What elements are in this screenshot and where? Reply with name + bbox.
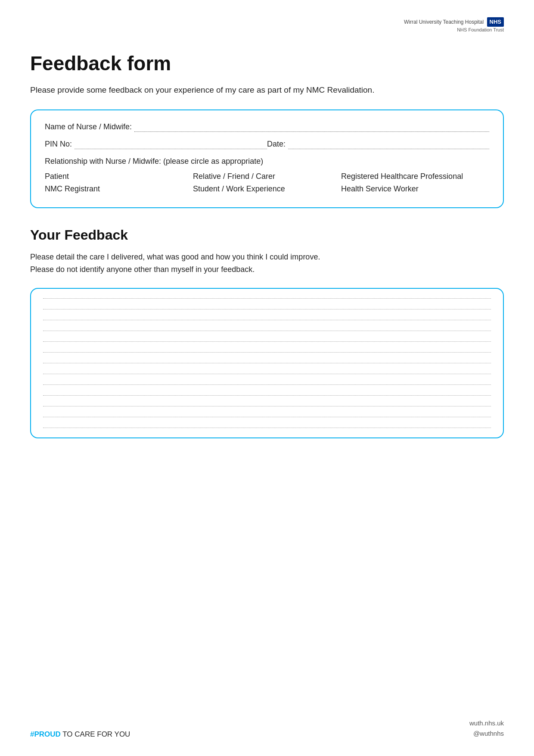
relationship-row-2: NMC Registrant Student / Work Experience… (45, 184, 489, 194)
nurse-name-row: Name of Nurse / Midwife: (45, 122, 489, 132)
pin-section: PIN No: (45, 140, 267, 149)
footer-proud-text: #PROUD TO CARE FOR YOU (30, 730, 130, 739)
feedback-line-6 (43, 352, 491, 353)
pin-label: PIN No: (45, 140, 72, 149)
feedback-line-5 (43, 341, 491, 342)
page-title: Feedback form (30, 52, 504, 75)
feedback-line-7 (43, 363, 491, 363)
nhs-badge: NHS (487, 17, 504, 27)
rel-patient: Patient (45, 172, 193, 181)
care-label: TO CARE FOR YOU (61, 730, 130, 738)
feedback-line-11 (43, 406, 491, 406)
footer: #PROUD TO CARE FOR YOU wuth.nhs.uk @wuth… (30, 718, 504, 739)
feedback-line-8 (43, 374, 491, 374)
footer-website: wuth.nhs.uk @wuthnhs (469, 718, 504, 739)
feedback-line-13 (43, 428, 491, 428)
date-dots (288, 140, 489, 149)
feedback-line-10 (43, 395, 491, 396)
feedback-line-9 (43, 384, 491, 385)
relationship-row-1: Patient Relative / Friend / Carer Regist… (45, 172, 489, 181)
rel-student: Student / Work Experience (193, 184, 341, 194)
rel-health: Health Service Worker (341, 184, 489, 194)
feedback-box (30, 288, 504, 438)
nhs-foundation-trust: NHS Foundation Trust (404, 27, 504, 33)
hospital-name: Wirral University Teaching Hospital (404, 19, 484, 25)
intro-text: Please provide some feedback on your exp… (30, 84, 504, 97)
relationship-label: Relationship with Nurse / Midwife: (plea… (45, 157, 489, 166)
feedback-intro: Please detail the care I delivered, what… (30, 251, 504, 276)
feedback-line-3 (43, 320, 491, 320)
date-section: Date: (267, 140, 489, 149)
nurse-label: Name of Nurse / Midwife: (45, 122, 132, 131)
pin-dots (75, 140, 267, 149)
proud-label: #PROUD (30, 730, 61, 738)
rel-registered: Registered Healthcare Professional (341, 172, 489, 181)
feedback-line-4 (43, 331, 491, 331)
date-label: Date: (267, 140, 286, 149)
rel-nmc: NMC Registrant (45, 184, 193, 194)
social-handle: @wuthnhs (473, 730, 504, 737)
header-logo: Wirral University Teaching Hospital NHS … (404, 17, 504, 34)
website-url: wuth.nhs.uk (469, 719, 504, 727)
feedback-line-12 (43, 417, 491, 417)
your-feedback-title: Your Feedback (30, 227, 504, 243)
pin-date-row: PIN No: Date: (45, 140, 489, 149)
info-box: Name of Nurse / Midwife: PIN No: Date: R… (30, 109, 504, 208)
rel-relative: Relative / Friend / Carer (193, 172, 341, 181)
nurse-name-dots (134, 122, 489, 132)
feedback-line-1 (43, 298, 491, 299)
feedback-line-2 (43, 309, 491, 309)
